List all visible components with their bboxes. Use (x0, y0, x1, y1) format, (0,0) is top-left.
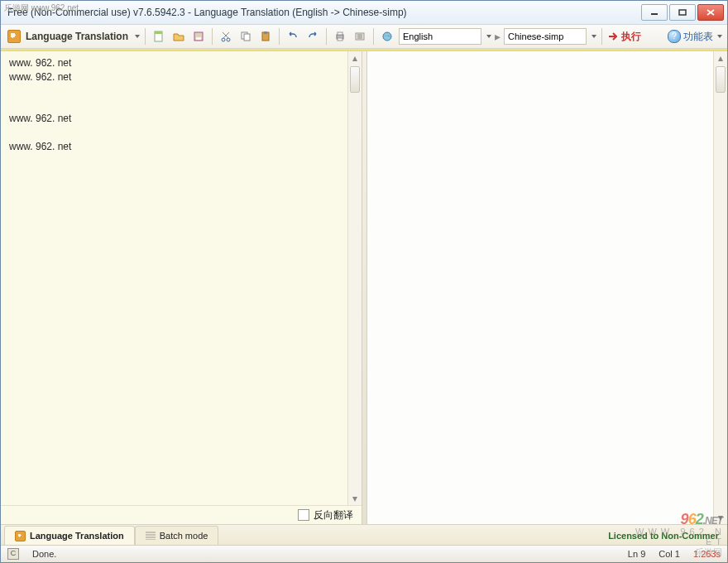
pane-splitter[interactable] (362, 51, 367, 524)
tab-language-translation[interactable]: Language Translation (4, 526, 135, 545)
source-textarea[interactable]: www. 962. netwww. 962. net www. 962. net… (1, 51, 347, 505)
elapsed-time: 1.263s (693, 549, 721, 559)
target-textarea[interactable] (367, 51, 714, 524)
minimize-button[interactable] (641, 4, 668, 21)
svg-point-9 (227, 38, 230, 41)
source-line: www. 962. net (9, 112, 339, 126)
window-title: Free (Non-Commercial use) v7.6.5942.3 - … (7, 7, 641, 18)
statusbar: C Done. Ln 9 Col 1 1.263s (1, 545, 727, 562)
source-line: www. 962. net (9, 70, 339, 84)
scroll-down-icon[interactable]: ▾ (714, 511, 727, 524)
bottom-tabbar: Language Translation Batch mode Licensed… (1, 524, 727, 545)
chevron-down-icon[interactable] (592, 35, 596, 38)
right-scrollbar[interactable]: ▴ ▾ (713, 51, 727, 524)
svg-rect-5 (155, 31, 162, 34)
source-line: www. 962. net (9, 140, 339, 154)
execute-button[interactable]: 执行 (607, 30, 641, 44)
mode-dropdown[interactable]: Language Translation (26, 31, 128, 42)
reverse-translate-row: 反向翻译 (1, 505, 362, 524)
print-icon[interactable] (332, 28, 348, 45)
paste-icon[interactable] (257, 28, 274, 45)
source-line (9, 98, 339, 112)
maximize-button[interactable] (669, 4, 696, 21)
scrollbar-thumb[interactable] (716, 66, 726, 93)
titlebar: Free (Non-Commercial use) v7.6.5942.3 - … (1, 1, 727, 25)
scroll-up-icon[interactable]: ▴ (714, 51, 727, 65)
chevron-down-icon (135, 35, 140, 38)
svg-point-8 (222, 38, 225, 41)
svg-rect-13 (244, 34, 250, 41)
cursor-col: Col 1 (659, 549, 680, 559)
left-scrollbar[interactable]: ▴ ▾ (347, 51, 362, 505)
scroll-down-icon[interactable]: ▾ (348, 492, 362, 505)
chevron-down-icon (717, 35, 722, 38)
workspace: www. 962. netwww. 962. net www. 962. net… (1, 51, 727, 524)
source-line (9, 126, 339, 140)
settings-icon[interactable] (352, 28, 368, 45)
source-line (9, 84, 339, 99)
open-file-icon[interactable] (170, 28, 187, 45)
license-text: Licensed to Non-Commer (608, 531, 719, 541)
help-icon: ? (668, 30, 681, 43)
reverse-label: 反向翻译 (314, 508, 353, 522)
svg-rect-15 (264, 31, 267, 34)
target-language-input[interactable] (504, 28, 587, 45)
window-buttons (641, 4, 724, 21)
target-pane: ▴ ▾ (367, 51, 728, 524)
svg-rect-17 (338, 32, 342, 35)
svg-line-10 (223, 32, 229, 38)
svg-rect-1 (679, 10, 686, 15)
toolbar: Language Translation ▸ 执行 (1, 25, 727, 49)
mode-icon[interactable] (6, 28, 22, 45)
cut-icon[interactable] (218, 28, 234, 45)
new-file-icon[interactable] (151, 28, 167, 45)
svg-line-11 (223, 32, 228, 38)
status-message: Done. (32, 549, 56, 559)
close-button[interactable] (697, 4, 724, 21)
globe-icon[interactable] (379, 28, 395, 45)
language-selector: ▸ (379, 28, 596, 45)
reverse-checkbox[interactable] (298, 509, 309, 521)
scrollbar-thumb[interactable] (350, 66, 360, 93)
app-window: 乐游网 www.962.net Free (Non-Commercial use… (0, 0, 728, 563)
scroll-up-icon[interactable]: ▴ (348, 51, 362, 65)
tab-batch-mode[interactable]: Batch mode (135, 526, 219, 545)
list-icon (146, 532, 156, 540)
svg-rect-7 (196, 37, 201, 40)
execute-icon (607, 31, 619, 42)
svg-point-23 (383, 32, 391, 41)
redo-icon[interactable] (304, 28, 321, 45)
chevron-down-icon[interactable] (486, 35, 491, 38)
undo-icon[interactable] (285, 28, 301, 45)
tab-icon (15, 531, 26, 541)
source-line: www. 962. net (9, 56, 339, 70)
save-icon[interactable] (190, 28, 207, 45)
source-language-input[interactable] (399, 28, 481, 45)
copy-icon[interactable] (237, 28, 254, 45)
status-indicator-icon: C (7, 548, 19, 560)
help-menu[interactable]: ? 功能表 (668, 30, 722, 44)
svg-rect-18 (338, 38, 342, 41)
cursor-line: Ln 9 (628, 549, 645, 559)
source-pane: www. 962. netwww. 962. net www. 962. net… (1, 51, 362, 524)
